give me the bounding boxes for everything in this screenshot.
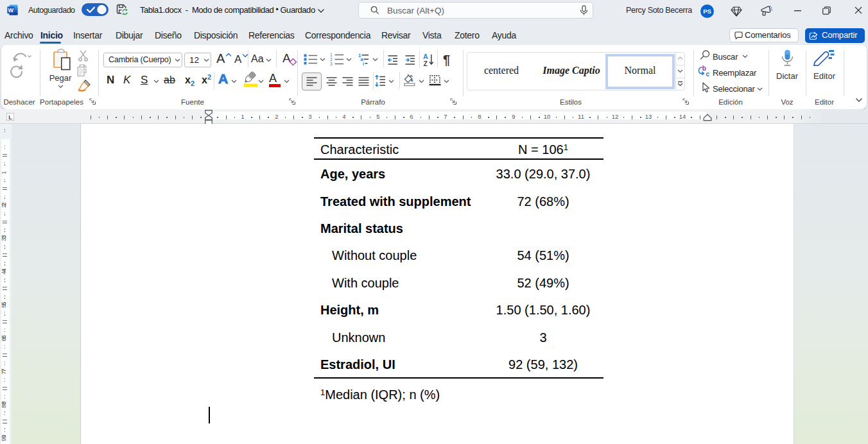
svg-text:c: c [706, 71, 710, 78]
svg-text:1: 1 [330, 53, 333, 57]
svg-text:i: i [363, 61, 364, 66]
svg-text:W: W [8, 7, 14, 13]
svg-text:3: 3 [330, 62, 333, 65]
svg-text:2: 2 [330, 57, 333, 62]
svg-text:Z: Z [424, 60, 428, 67]
